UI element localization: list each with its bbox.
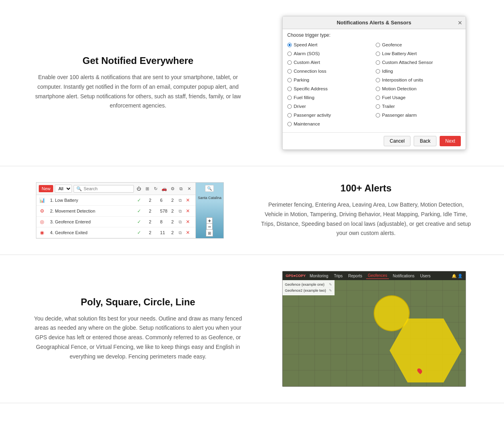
dialog-option-maintenance[interactable]: Maintenance [287, 120, 373, 127]
label-idling: Idling [382, 69, 393, 74]
copy-row-icon-4[interactable]: ⧉ [179, 230, 186, 235]
delete-row-icon-1[interactable]: ✕ [186, 197, 193, 203]
radio-geofence[interactable] [376, 43, 380, 47]
dialog-option-idling[interactable]: Idling [376, 68, 461, 75]
radio-fuel-usage[interactable] [376, 96, 380, 100]
new-alert-button[interactable]: New [39, 185, 53, 192]
alerts-heading: 100+ Alerts [260, 183, 472, 194]
radio-connection-loss[interactable] [287, 69, 292, 74]
radio-passenger-activity[interactable] [287, 113, 292, 117]
radio-parking[interactable] [287, 78, 292, 82]
dialog-option-custom-sensor[interactable]: Custom Attached Sensor [376, 59, 461, 66]
radio-idling[interactable] [376, 69, 380, 74]
dialog-option-passenger-alarm[interactable]: Passenger alarm [376, 111, 461, 119]
dialog-option-parking[interactable]: Parking [287, 76, 373, 84]
alert-row-4[interactable]: ◉ 4. Geofence Exited ✓ 2 11 2 ⧉ ✕ [36, 227, 195, 238]
battery-icon: 📊 [39, 197, 45, 203]
radio-driver[interactable] [287, 104, 292, 109]
geo-panel-row-1[interactable]: Geofence (example one) ✎ [284, 282, 333, 288]
zoom-in-button[interactable]: + [206, 217, 213, 224]
dialog-option-fuel-filling[interactable]: Fuel filling [287, 94, 373, 101]
dialog-option-connection-loss[interactable]: Connection loss [287, 68, 373, 75]
toolbar-users[interactable]: Users [418, 273, 432, 279]
alert-row-3[interactable]: ◎ 3. Geofence Entered ✓ 2 8 2 ⧉ ✕ [36, 217, 195, 227]
label-parking: Parking [294, 78, 309, 82]
alert-count3-4: 2 [171, 230, 179, 235]
delete-row-icon-2[interactable]: ✕ [186, 208, 193, 214]
dialog-options-grid: Speed Alert Geofence Alarm (SOS) Low Bat… [283, 40, 466, 132]
toolbar-monitoring[interactable]: Monitoring [308, 273, 330, 279]
geo-fence-edit-2[interactable]: ✎ [329, 289, 332, 293]
radio-specific-address[interactable] [287, 87, 292, 91]
radio-custom-alert[interactable] [287, 60, 292, 65]
geo-toolbar: GPS●COPY Monitoring Trips Reports Geofen… [283, 271, 466, 280]
vehicle-icon[interactable]: 🚗 [161, 185, 168, 192]
search-input[interactable] [84, 186, 131, 191]
dialog-option-alarm[interactable]: Alarm (SOS) [287, 50, 373, 57]
alert-row-2[interactable]: ⚙ 2. Movement Detection ✓ 2 578 2 ⧉ ✕ [36, 206, 195, 217]
grid-icon[interactable]: ⊞ [144, 185, 151, 192]
alert-count1-1: 2 [149, 198, 160, 203]
radio-low-battery[interactable] [376, 52, 380, 56]
dialog-option-motion-detection[interactable]: Motion Detection [376, 85, 461, 92]
dialog-option-fuel-usage[interactable]: Fuel Usage [376, 94, 461, 101]
alert-count2-4: 11 [160, 230, 171, 235]
dialog-option-specific-address[interactable]: Specific Address [287, 85, 373, 92]
radio-interposition[interactable] [376, 78, 380, 82]
alerts-section: 100+ Alerts Perimeter fencing, Entering … [0, 166, 504, 255]
radio-speed-alert[interactable] [287, 43, 292, 47]
next-button[interactable]: Next [440, 136, 461, 146]
dialog-close-button[interactable]: ✕ [458, 20, 462, 26]
dialog-option-passenger-activity[interactable]: Passenger activity [287, 111, 373, 119]
refresh-icon[interactable]: ↻ [152, 185, 159, 192]
power-icon[interactable]: ⏻ [135, 185, 143, 192]
toolbar-reports[interactable]: Reports [347, 273, 364, 279]
copy-row-icon-1[interactable]: ⧉ [179, 198, 186, 203]
back-button[interactable]: Back [414, 136, 436, 146]
radio-custom-sensor[interactable] [376, 60, 380, 65]
map-search-icon[interactable]: 🔍 [205, 185, 214, 192]
toolbar-notifications[interactable]: Notifications [391, 273, 416, 279]
delete-row-icon-4[interactable]: ✕ [186, 230, 193, 235]
radio-alarm[interactable] [287, 52, 292, 56]
geo-logo-text: GPS●COPY [286, 274, 306, 278]
geo-fence-edit-1[interactable]: ✎ [329, 283, 332, 287]
dialog-option-custom-alert[interactable]: Custom Alert [287, 59, 373, 66]
dialog-option-low-battery[interactable]: Low Battery Alert [376, 50, 461, 57]
close-icon[interactable]: ✕ [186, 185, 193, 192]
alert-count1-4: 2 [149, 230, 160, 235]
dialog-option-geofence[interactable]: Geofence [376, 41, 461, 48]
radio-trailer[interactable] [376, 104, 380, 109]
geo-left-panel: Geofence (example one) ✎ Geofence2 (exam… [283, 280, 335, 295]
geo-panel-row-2[interactable]: Geofence2 (example two) ✎ [284, 288, 333, 294]
dialog-option-interposition[interactable]: Interposition of units [376, 76, 461, 84]
copy-icon[interactable]: ⧉ [177, 185, 185, 192]
alert-row-1[interactable]: 📊 1. Low Battery ✓ 2 6 2 ⧉ ✕ [36, 195, 195, 206]
radio-passenger-alarm[interactable] [376, 113, 380, 117]
label-driver: Driver [294, 104, 306, 109]
toolbar-trips[interactable]: Trips [332, 273, 344, 279]
radio-motion-detection[interactable] [376, 87, 380, 91]
filter-dropdown[interactable]: All [55, 185, 72, 193]
label-custom-sensor: Custom Attached Sensor [382, 60, 433, 65]
map-layers-button[interactable]: ⊞ [206, 229, 213, 237]
dialog-option-trailer[interactable]: Trailer [376, 103, 461, 110]
geofence-enter-icon: ◎ [39, 219, 45, 225]
settings-icon[interactable]: ⚙ [169, 185, 176, 192]
copy-row-icon-3[interactable]: ⧉ [179, 219, 186, 225]
geofence-image: GPS●COPY Monitoring Trips Reports Geofen… [268, 271, 480, 387]
label-speed-alert: Speed Alert [294, 42, 317, 47]
dialog-option-speed-alert[interactable]: Speed Alert [287, 41, 373, 48]
delete-row-icon-3[interactable]: ✕ [186, 219, 193, 225]
geofence-section: Poly, Square, Circle, Line You decide, w… [0, 255, 504, 403]
radio-fuel-filling[interactable] [287, 96, 292, 100]
label-interposition: Interposition of units [382, 78, 423, 82]
dialog-option-driver[interactable]: Driver [287, 103, 373, 110]
alert-name-1: 1. Low Battery [50, 198, 137, 203]
copy-row-icon-2[interactable]: ⧉ [179, 209, 186, 214]
radio-maintenance[interactable] [287, 122, 292, 126]
toolbar-geofences[interactable]: Geofences [366, 273, 388, 279]
dialog-title: Notifications Alerts & Sensors [337, 20, 411, 26]
notifications-image: Notifications Alerts & Sensors ✕ Choose … [268, 16, 480, 150]
cancel-button[interactable]: Cancel [384, 136, 410, 146]
